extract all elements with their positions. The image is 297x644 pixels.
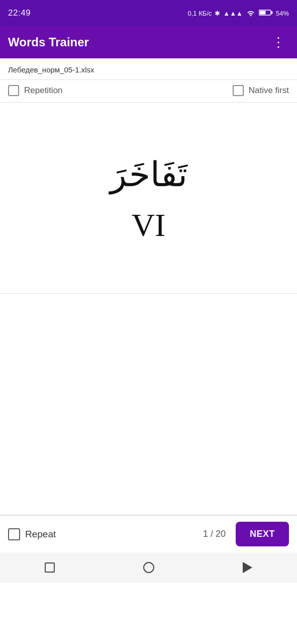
more-options-icon[interactable]: ⋮	[268, 33, 289, 52]
bottom-bar: Repeat 1 / 20 NEXT	[0, 515, 297, 552]
filename-bar: Лебедев_норм_05-1.xlsx	[0, 58, 297, 80]
native-first-label: Native first	[249, 86, 289, 96]
bluetooth-icon: ✱	[215, 10, 220, 17]
status-bar: 22:49 0,1 КБ/с ✱ ▲▲▲ 54%	[0, 0, 297, 26]
app-bar: Words Trainer ⋮	[0, 26, 297, 58]
repetition-checkbox[interactable]	[8, 85, 19, 96]
home-icon	[143, 562, 154, 573]
page-counter: 1 / 20	[203, 529, 226, 539]
arabic-word: تَفَاخَرَ	[110, 152, 187, 196]
repeat-label: Repeat	[25, 529, 56, 540]
signal-icon: ▲▲▲	[223, 10, 243, 17]
native-first-checkbox-item[interactable]: Native first	[233, 85, 289, 96]
repetition-label: Repetition	[24, 86, 63, 96]
back-icon	[243, 562, 252, 573]
repeat-checkbox[interactable]	[8, 528, 20, 540]
wifi-icon	[246, 9, 256, 18]
roman-numeral: VI	[132, 207, 166, 244]
svg-rect-2	[259, 11, 265, 14]
battery-percent: 54%	[276, 10, 289, 17]
repeat-checkbox-item[interactable]: Repeat	[8, 528, 203, 540]
status-time: 22:49	[8, 8, 31, 18]
network-speed-label: 0,1 КБ/с	[187, 10, 212, 17]
system-nav-bar	[0, 552, 297, 583]
repetition-checkbox-item[interactable]: Repetition	[8, 85, 233, 96]
filename-text: Лебедев_норм_05-1.xlsx	[8, 65, 94, 74]
checkboxes-row: Repetition Native first	[0, 80, 297, 103]
battery-icon	[259, 9, 273, 18]
nav-home-button[interactable]	[140, 558, 158, 577]
recents-icon	[45, 562, 55, 573]
status-icons: 0,1 КБ/с ✱ ▲▲▲ 54%	[187, 9, 289, 18]
word-card: تَفَاخَرَ VI	[0, 103, 297, 294]
nav-back-button[interactable]	[239, 558, 257, 577]
native-first-checkbox[interactable]	[233, 85, 244, 96]
nav-recents-button[interactable]	[41, 558, 59, 577]
app-title: Words Trainer	[8, 35, 89, 49]
middle-area	[0, 294, 297, 515]
svg-rect-1	[271, 11, 272, 14]
next-button[interactable]: NEXT	[236, 522, 289, 546]
